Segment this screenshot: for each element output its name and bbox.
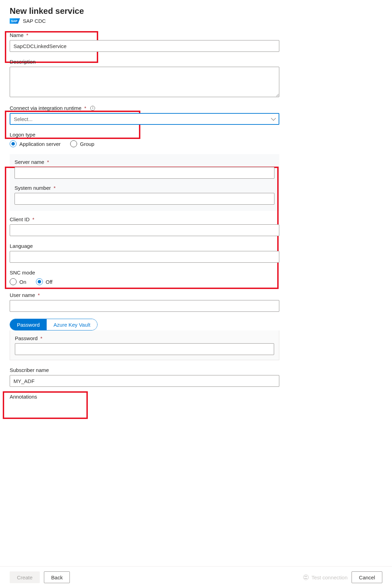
back-button[interactable]: Back	[44, 571, 70, 583]
subscriber-name-label: Subscriber name	[10, 367, 279, 373]
name-input[interactable]	[10, 40, 279, 52]
credential-type-tabs: Password Azure Key Vault	[10, 319, 97, 330]
password-label: Password*	[15, 335, 274, 341]
language-label: Language	[10, 243, 279, 249]
server-name-input[interactable]	[15, 167, 274, 179]
footer-bar: Create Back Test connection Cancel	[0, 566, 392, 588]
logon-type-radio-application-server[interactable]: Application server	[10, 140, 60, 147]
runtime-label: Connect via integration runtime* i	[10, 105, 279, 111]
client-id-label: Client ID*	[10, 216, 279, 222]
required-asterisk: *	[26, 32, 28, 38]
runtime-select-placeholder: Select...	[14, 116, 32, 122]
logon-type-label: Logon type	[10, 132, 279, 138]
runtime-select[interactable]: Select...	[10, 113, 279, 125]
user-name-label: User name*	[10, 292, 279, 298]
radio-on-icon	[36, 278, 43, 285]
system-number-label: System number*	[15, 185, 274, 191]
required-asterisk: *	[32, 216, 35, 222]
description-textarea[interactable]	[10, 67, 279, 97]
required-asterisk: *	[54, 185, 56, 191]
radio-off-icon	[70, 140, 77, 147]
chevron-down-icon	[271, 116, 276, 121]
name-label: Name*	[10, 32, 279, 38]
radio-off-icon	[10, 278, 17, 285]
tab-password[interactable]: Password	[10, 319, 47, 330]
connector-subtitle: SAP SAP CDC	[10, 18, 279, 24]
password-panel: Password*	[10, 330, 279, 360]
user-name-input[interactable]	[10, 300, 279, 312]
tab-azure-key-vault[interactable]: Azure Key Vault	[47, 319, 97, 330]
create-button[interactable]: Create	[10, 571, 40, 583]
subscriber-name-input[interactable]	[10, 375, 279, 387]
sap-logo-icon: SAP	[10, 18, 20, 24]
connector-name: SAP CDC	[23, 18, 46, 24]
panel-title: New linked service	[10, 6, 279, 16]
system-number-input[interactable]	[15, 193, 274, 205]
snc-mode-label: SNC mode	[10, 270, 279, 276]
required-asterisk: *	[38, 292, 40, 298]
required-asterisk: *	[47, 159, 49, 165]
description-label: Description	[10, 59, 279, 65]
test-connection-button[interactable]: Test connection	[303, 575, 347, 580]
language-input[interactable]	[10, 251, 279, 263]
cancel-button[interactable]: Cancel	[352, 571, 382, 583]
plug-icon	[303, 575, 309, 580]
radio-on-icon	[10, 140, 17, 147]
server-name-label: Server name*	[15, 159, 274, 165]
logon-type-radio-group[interactable]: Group	[70, 140, 94, 147]
snc-mode-radio-off[interactable]: Off	[36, 278, 53, 285]
required-asterisk: *	[84, 105, 86, 111]
required-asterisk: *	[40, 335, 43, 341]
client-id-input[interactable]	[10, 224, 279, 236]
form-scroll-container[interactable]: New linked service SAP SAP CDC Name* Des…	[0, 0, 392, 566]
annotations-label: Annotations	[10, 394, 279, 400]
info-icon[interactable]: i	[90, 106, 95, 111]
password-input[interactable]	[15, 343, 274, 355]
server-config-panel: Server name* System number*	[10, 154, 279, 211]
snc-mode-radio-on[interactable]: On	[10, 278, 26, 285]
